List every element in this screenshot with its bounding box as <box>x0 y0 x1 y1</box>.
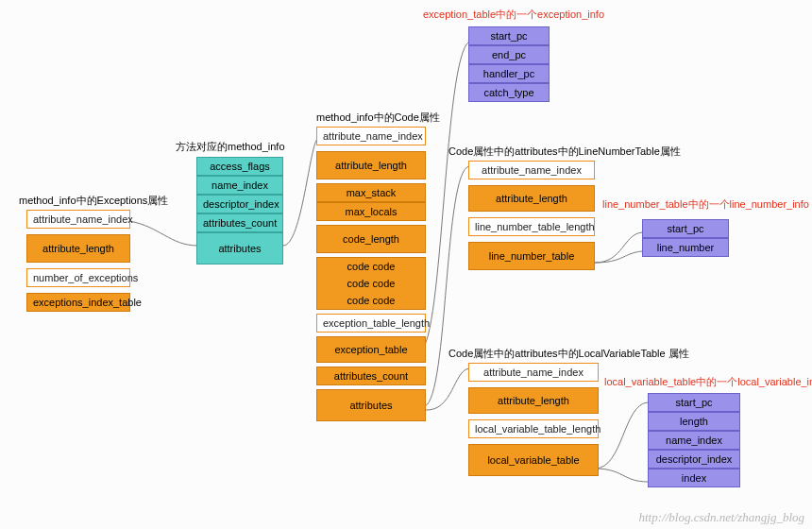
method-info-attributes: attributes <box>196 232 283 264</box>
code-length: code_length <box>316 225 426 253</box>
method-info-attributes-count: attributes_count <box>196 213 283 232</box>
lvt-table: local_variable_table <box>468 444 599 476</box>
block-lvt: attribute_name_index attribute_length lo… <box>468 363 599 476</box>
code-bytes-3: code code <box>316 292 426 310</box>
lv-info-length: length <box>648 412 740 431</box>
title-lvt: Code属性中的attributes中的LocalVariableTable 属… <box>448 347 689 361</box>
code-attr-length: attribute_length <box>316 151 426 179</box>
code-exception-table-length: exception_table_length <box>316 314 426 333</box>
exceptions-number-of-exceptions: number_of_exceptions <box>26 268 130 287</box>
lv-info-descriptor-index: descriptor_index <box>648 450 740 469</box>
line-number-info-start-pc: start_pc <box>642 219 729 238</box>
exception-info-end-pc: end_pc <box>468 45 550 64</box>
code-attributes: attributes <box>316 389 426 421</box>
exception-info-handler-pc: handler_pc <box>468 64 550 83</box>
lnt-table: line_number_table <box>468 242 595 270</box>
block-lnt: attribute_name_index attribute_length li… <box>468 161 595 270</box>
block-code-attr: attribute_name_index attribute_length ma… <box>316 127 426 421</box>
code-exception-table: exception_table <box>316 336 426 363</box>
code-max-locals: max_locals <box>316 202 426 221</box>
code-bytes-1: code code <box>316 257 426 275</box>
code-attributes-count: attributes_count <box>316 367 426 385</box>
code-attr-name-index: attribute_name_index <box>316 127 426 145</box>
watermark: http://blog.csdn.net/zhangjg_blog <box>639 510 805 525</box>
exception-info-start-pc: start_pc <box>468 26 550 45</box>
method-info-descriptor-index: descriptor_index <box>196 195 283 213</box>
block-exceptions-attr: attribute_name_index attribute_length nu… <box>26 210 130 312</box>
exceptions-attr-name-index: attribute_name_index <box>26 210 130 229</box>
title-lnt: Code属性中的attributes中的LineNumberTable属性 <box>448 145 681 159</box>
code-max-stack: max_stack <box>316 183 426 202</box>
title-line-number-info: line_number_table中的一个line_number_info <box>602 197 809 212</box>
block-method-info: access_flags name_index descriptor_index… <box>196 157 283 264</box>
lnt-attr-name-index: attribute_name_index <box>468 161 595 179</box>
lv-info-start-pc: start_pc <box>648 393 740 412</box>
title-method-info: 方法对应的method_info <box>176 140 285 154</box>
line-number-info-line-number: line_number <box>642 238 729 257</box>
lvt-length: local_variable_table_length <box>468 419 599 438</box>
method-info-name-index: name_index <box>196 176 283 195</box>
title-exception-info: exception_table中的一个exception_info <box>423 8 604 22</box>
block-local-variable-info: start_pc length name_index descriptor_in… <box>648 393 740 487</box>
lv-info-index: index <box>648 469 740 487</box>
method-info-access-flags: access_flags <box>196 157 283 176</box>
lvt-attr-length: attribute_length <box>468 387 599 414</box>
block-line-number-info: start_pc line_number <box>642 219 729 257</box>
lnt-length: line_number_table_length <box>468 217 595 236</box>
exceptions-attr-length: attribute_length <box>26 234 130 263</box>
block-exception-info: start_pc end_pc handler_pc catch_type <box>468 26 550 102</box>
lvt-attr-name-index: attribute_name_index <box>468 363 599 382</box>
code-bytes-2: code code <box>316 275 426 292</box>
exceptions-index-table: exceptions_index_table <box>26 293 130 312</box>
title-code-attr: method_info中的Code属性 <box>316 111 440 125</box>
title-exceptions-attr: method_info中的Exceptions属性 <box>19 194 168 208</box>
lv-info-name-index: name_index <box>648 431 740 450</box>
lnt-attr-length: attribute_length <box>468 185 595 212</box>
exception-info-catch-type: catch_type <box>468 83 550 102</box>
title-local-variable-info: local_variable_table中的一个local_variable_i… <box>604 375 812 389</box>
